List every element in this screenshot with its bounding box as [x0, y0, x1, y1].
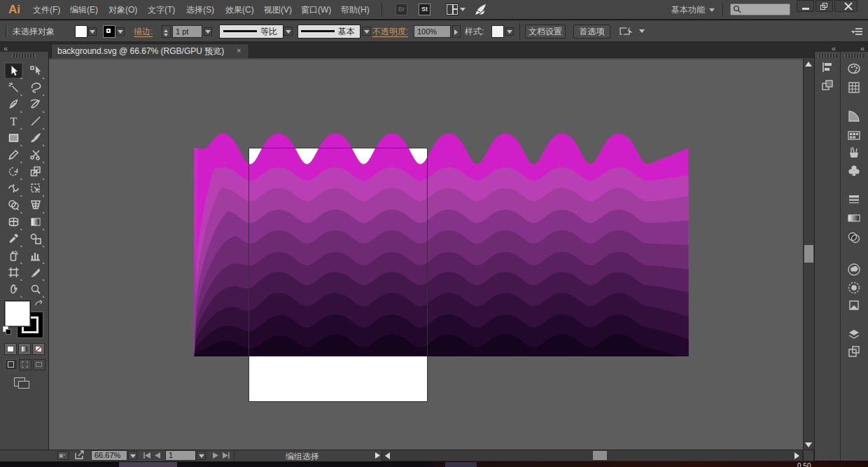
svg-text:T: T: [10, 116, 18, 127]
